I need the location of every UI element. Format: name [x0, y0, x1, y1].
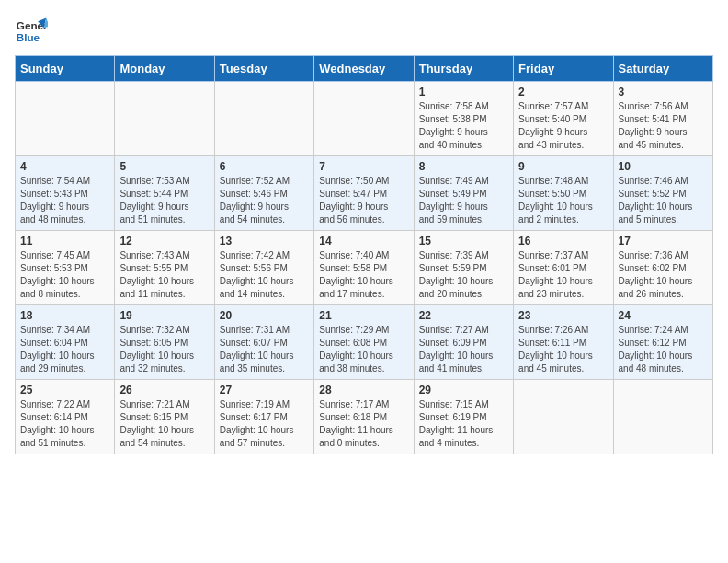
day-number: 2 — [518, 86, 608, 98]
weekday-header-monday: Monday — [115, 56, 214, 82]
day-number: 6 — [220, 160, 309, 173]
day-info: Sunrise: 7:31 AM Sunset: 6:07 PM Dayligh… — [220, 324, 309, 375]
day-number: 10 — [619, 160, 708, 173]
calendar-cell: 12Sunrise: 7:43 AM Sunset: 5:55 PM Dayli… — [115, 231, 214, 305]
day-number: 21 — [319, 309, 408, 322]
calendar-cell: 22Sunrise: 7:27 AM Sunset: 6:09 PM Dayli… — [414, 305, 513, 380]
day-number: 3 — [619, 86, 708, 98]
weekday-header-friday: Friday — [514, 56, 613, 82]
calendar-week-row: 25Sunrise: 7:22 AM Sunset: 6:14 PM Dayli… — [16, 380, 713, 454]
day-info: Sunrise: 7:15 AM Sunset: 6:19 PM Dayligh… — [419, 398, 508, 450]
day-info: Sunrise: 7:21 AM Sunset: 6:15 PM Dayligh… — [119, 398, 209, 450]
day-info: Sunrise: 7:36 AM Sunset: 6:02 PM Dayligh… — [619, 249, 708, 301]
svg-text:Blue: Blue — [17, 31, 40, 43]
day-number: 4 — [20, 160, 109, 173]
calendar-cell: 23Sunrise: 7:26 AM Sunset: 6:11 PM Dayli… — [514, 305, 613, 380]
day-info: Sunrise: 7:37 AM Sunset: 6:01 PM Dayligh… — [518, 249, 608, 301]
calendar-cell — [16, 82, 115, 156]
day-info: Sunrise: 7:45 AM Sunset: 5:53 PM Dayligh… — [20, 249, 109, 301]
calendar-cell: 3Sunrise: 7:56 AM Sunset: 5:41 PM Daylig… — [613, 82, 712, 156]
day-info: Sunrise: 7:17 AM Sunset: 6:18 PM Dayligh… — [319, 398, 408, 450]
day-number: 17 — [619, 235, 708, 247]
weekday-header-sunday: Sunday — [16, 56, 115, 82]
day-info: Sunrise: 7:42 AM Sunset: 5:56 PM Dayligh… — [220, 249, 309, 301]
day-info: Sunrise: 7:54 AM Sunset: 5:43 PM Dayligh… — [20, 175, 109, 226]
calendar-cell: 21Sunrise: 7:29 AM Sunset: 6:08 PM Dayli… — [314, 305, 414, 380]
day-info: Sunrise: 7:58 AM Sunset: 5:38 PM Dayligh… — [419, 100, 508, 152]
calendar-cell: 25Sunrise: 7:22 AM Sunset: 6:14 PM Dayli… — [16, 380, 115, 454]
day-info: Sunrise: 7:43 AM Sunset: 5:55 PM Dayligh… — [119, 249, 209, 301]
calendar-cell — [214, 82, 313, 156]
day-info: Sunrise: 7:57 AM Sunset: 5:40 PM Dayligh… — [518, 100, 608, 152]
day-number: 22 — [419, 309, 508, 322]
calendar-cell: 2Sunrise: 7:57 AM Sunset: 5:40 PM Daylig… — [514, 82, 613, 156]
day-number: 29 — [419, 384, 508, 396]
calendar-cell: 24Sunrise: 7:24 AM Sunset: 6:12 PM Dayli… — [613, 305, 712, 380]
day-info: Sunrise: 7:52 AM Sunset: 5:46 PM Dayligh… — [220, 175, 309, 226]
day-info: Sunrise: 7:19 AM Sunset: 6:17 PM Dayligh… — [220, 398, 309, 450]
day-info: Sunrise: 7:56 AM Sunset: 5:41 PM Dayligh… — [619, 100, 708, 152]
calendar-week-row: 18Sunrise: 7:34 AM Sunset: 6:04 PM Dayli… — [16, 305, 713, 380]
logo-icon: General Blue — [15, 15, 48, 48]
day-number: 20 — [220, 309, 309, 322]
day-number: 12 — [119, 235, 209, 247]
calendar-cell: 13Sunrise: 7:42 AM Sunset: 5:56 PM Dayli… — [214, 231, 313, 305]
calendar-cell: 7Sunrise: 7:50 AM Sunset: 5:47 PM Daylig… — [314, 156, 414, 231]
calendar-cell: 17Sunrise: 7:36 AM Sunset: 6:02 PM Dayli… — [613, 231, 712, 305]
calendar-cell: 10Sunrise: 7:46 AM Sunset: 5:52 PM Dayli… — [613, 156, 712, 231]
weekday-header-row: SundayMondayTuesdayWednesdayThursdayFrid… — [16, 56, 713, 82]
calendar-cell: 5Sunrise: 7:53 AM Sunset: 5:44 PM Daylig… — [115, 156, 214, 231]
day-number: 14 — [319, 235, 408, 247]
calendar-cell: 27Sunrise: 7:19 AM Sunset: 6:17 PM Dayli… — [214, 380, 313, 454]
calendar-cell: 6Sunrise: 7:52 AM Sunset: 5:46 PM Daylig… — [214, 156, 313, 231]
day-number: 23 — [518, 309, 608, 322]
calendar-week-row: 11Sunrise: 7:45 AM Sunset: 5:53 PM Dayli… — [16, 231, 713, 305]
day-number: 27 — [220, 384, 309, 396]
day-number: 25 — [20, 384, 109, 396]
weekday-header-saturday: Saturday — [613, 56, 712, 82]
day-number: 26 — [119, 384, 209, 396]
day-info: Sunrise: 7:32 AM Sunset: 6:05 PM Dayligh… — [119, 324, 209, 375]
day-number: 11 — [20, 235, 109, 247]
calendar-body: 1Sunrise: 7:58 AM Sunset: 5:38 PM Daylig… — [16, 82, 713, 454]
calendar-cell: 1Sunrise: 7:58 AM Sunset: 5:38 PM Daylig… — [414, 82, 513, 156]
day-info: Sunrise: 7:39 AM Sunset: 5:59 PM Dayligh… — [419, 249, 508, 301]
day-info: Sunrise: 7:34 AM Sunset: 6:04 PM Dayligh… — [20, 324, 109, 375]
calendar-cell: 29Sunrise: 7:15 AM Sunset: 6:19 PM Dayli… — [414, 380, 513, 454]
day-info: Sunrise: 7:49 AM Sunset: 5:49 PM Dayligh… — [419, 175, 508, 226]
calendar-cell: 15Sunrise: 7:39 AM Sunset: 5:59 PM Dayli… — [414, 231, 513, 305]
calendar-week-row: 1Sunrise: 7:58 AM Sunset: 5:38 PM Daylig… — [16, 82, 713, 156]
day-info: Sunrise: 7:24 AM Sunset: 6:12 PM Dayligh… — [619, 324, 708, 375]
calendar-cell: 4Sunrise: 7:54 AM Sunset: 5:43 PM Daylig… — [16, 156, 115, 231]
day-number: 1 — [419, 86, 508, 98]
day-number: 28 — [319, 384, 408, 396]
calendar-cell: 8Sunrise: 7:49 AM Sunset: 5:49 PM Daylig… — [414, 156, 513, 231]
day-number: 15 — [419, 235, 508, 247]
calendar-cell: 26Sunrise: 7:21 AM Sunset: 6:15 PM Dayli… — [115, 380, 214, 454]
day-number: 24 — [619, 309, 708, 322]
calendar-cell: 14Sunrise: 7:40 AM Sunset: 5:58 PM Dayli… — [314, 231, 414, 305]
day-info: Sunrise: 7:46 AM Sunset: 5:52 PM Dayligh… — [619, 175, 708, 226]
header: General Blue — [15, 15, 713, 48]
calendar-cell: 11Sunrise: 7:45 AM Sunset: 5:53 PM Dayli… — [16, 231, 115, 305]
calendar-cell — [613, 380, 712, 454]
weekday-header-tuesday: Tuesday — [214, 56, 313, 82]
day-number: 9 — [518, 160, 608, 173]
calendar-cell: 28Sunrise: 7:17 AM Sunset: 6:18 PM Dayli… — [314, 380, 414, 454]
calendar-cell: 18Sunrise: 7:34 AM Sunset: 6:04 PM Dayli… — [16, 305, 115, 380]
calendar-cell — [115, 82, 214, 156]
day-info: Sunrise: 7:26 AM Sunset: 6:11 PM Dayligh… — [518, 324, 608, 375]
weekday-header-wednesday: Wednesday — [314, 56, 414, 82]
day-info: Sunrise: 7:27 AM Sunset: 6:09 PM Dayligh… — [419, 324, 508, 375]
day-info: Sunrise: 7:48 AM Sunset: 5:50 PM Dayligh… — [518, 175, 608, 226]
day-number: 19 — [119, 309, 209, 322]
day-info: Sunrise: 7:22 AM Sunset: 6:14 PM Dayligh… — [20, 398, 109, 450]
calendar-cell: 19Sunrise: 7:32 AM Sunset: 6:05 PM Dayli… — [115, 305, 214, 380]
day-number: 18 — [20, 309, 109, 322]
day-number: 5 — [119, 160, 209, 173]
day-info: Sunrise: 7:53 AM Sunset: 5:44 PM Dayligh… — [119, 175, 209, 226]
day-info: Sunrise: 7:40 AM Sunset: 5:58 PM Dayligh… — [319, 249, 408, 301]
calendar-cell: 20Sunrise: 7:31 AM Sunset: 6:07 PM Dayli… — [214, 305, 313, 380]
calendar-cell: 9Sunrise: 7:48 AM Sunset: 5:50 PM Daylig… — [514, 156, 613, 231]
calendar-week-row: 4Sunrise: 7:54 AM Sunset: 5:43 PM Daylig… — [16, 156, 713, 231]
